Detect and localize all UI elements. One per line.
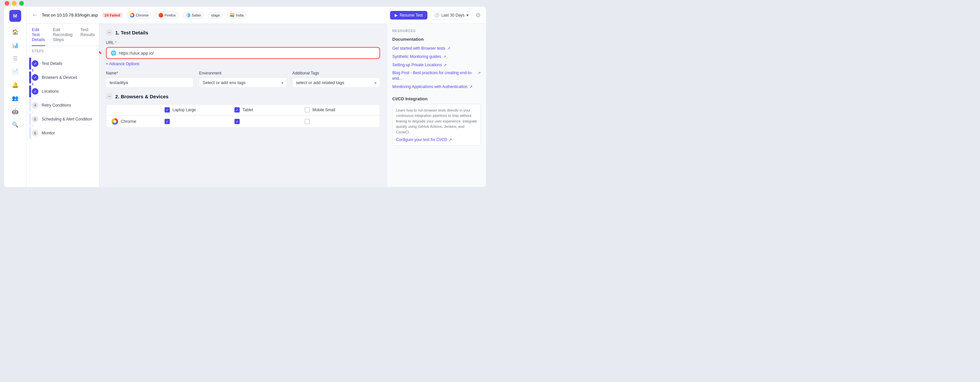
devices-header-row: ✓ Laptop Large ✓ Tablet — [106, 105, 380, 116]
devices-table: ✓ Laptop Large ✓ Tablet — [106, 104, 380, 128]
external-icon-1: ↗ — [447, 46, 450, 51]
cicd-external-icon: ↗ — [449, 137, 452, 142]
form-area: − 1. Test Details URL * — [99, 24, 387, 187]
resource-link-4[interactable]: Blog Post - Best practices for creating … — [392, 69, 481, 83]
step-number-5: 5 — [32, 116, 38, 123]
tab-edit-recording-steps[interactable]: Edit Recording Steps — [53, 24, 73, 46]
url-label: URL * — [106, 40, 380, 45]
section2-header: − 2. Browsers & Devices — [106, 93, 380, 100]
resume-test-button[interactable]: ▶ Resume Test — [390, 11, 428, 19]
step-item-monitor[interactable]: 6 Monitor — [27, 127, 99, 139]
globe-icon: 🌐 — [111, 50, 116, 56]
laptop-checkbox[interactable]: ✓ — [165, 107, 170, 113]
steps-header: STEPS — [27, 46, 99, 55]
section-browsers-devices: − 2. Browsers & Devices ✓ Laptop Large — [106, 93, 380, 128]
left-sidebar: M 🏠 📊 ☰ 📄 🔔 👥 🤖 🔍 — [4, 6, 27, 187]
chrome-tag: Chrome — [127, 11, 152, 19]
step-label-1: Test Details — [42, 61, 62, 66]
step-item-test-details[interactable]: ✓ Test Details — [27, 57, 99, 70]
step-label-4: Retry Conditions — [42, 103, 71, 108]
section1-title: 1. Test Details — [115, 30, 148, 35]
content-area: ← Test on 10.10.78.83/login.asp 24 Faile… — [27, 6, 486, 187]
external-icon-4: ↗ — [478, 70, 481, 75]
advance-options-link[interactable]: + Advance Options — [106, 62, 380, 66]
cicd-title: CI/CD Integration — [392, 96, 481, 101]
safari-tag: Safari — [183, 11, 204, 19]
sidebar-icon-dashboard[interactable]: 📊 — [9, 39, 21, 51]
chrome-tablet-checkbox[interactable]: ✓ — [234, 119, 304, 124]
section-test-details: − 1. Test Details URL * — [106, 29, 380, 88]
resource-link-1[interactable]: Get started with Browser tests ↗ — [392, 45, 481, 53]
step-label-2: Browsers & Devices — [42, 75, 77, 80]
environment-field: Environment Select or add env tags — [199, 71, 287, 88]
resource-link-3[interactable]: Setting up Private Locations ↗ — [392, 61, 481, 69]
url-input[interactable] — [119, 51, 375, 56]
maximize-button[interactable] — [19, 1, 24, 6]
url-input-row: 🌐 — [106, 47, 380, 59]
steps-panel: Edit Test Details Edit Recording Steps T… — [27, 24, 99, 187]
red-arrow-annotation — [99, 46, 105, 60]
step-item-browsers[interactable]: ✓ Browsers & Devices — [27, 72, 99, 83]
minimize-button[interactable] — [12, 1, 17, 6]
step-item-locations[interactable]: ✓ Locations — [27, 85, 99, 97]
sidebar-icon-users[interactable]: 👥 — [9, 92, 21, 104]
chevron-down-icon: ▾ — [466, 13, 468, 18]
tablet-checkbox[interactable]: ✓ — [234, 107, 240, 113]
section1-toggle[interactable]: − — [106, 29, 113, 36]
cicd-box: Learn how to run browser tests directly … — [392, 104, 481, 146]
step-item-retry[interactable]: 4 Retry Conditions — [27, 99, 99, 111]
sidebar-icon-list[interactable]: ☰ — [9, 52, 21, 64]
devices-row-chrome: Chrorme ✓ ✓ — [106, 116, 380, 127]
chrome-mobile-checkbox[interactable] — [305, 119, 374, 124]
resource-link-5[interactable]: Monitoring Applications with Authenticat… — [392, 83, 481, 91]
main-container: M 🏠 📊 ☰ 📄 🔔 👥 🤖 🔍 ← Test on 10.10.78.83/… — [4, 6, 486, 187]
name-input[interactable] — [106, 78, 194, 88]
tab-edit-test-details[interactable]: Edit Test Details — [32, 24, 45, 46]
india-tag: 🇮🇳 India — [227, 11, 247, 19]
failed-badge: 24 Failed — [102, 13, 123, 18]
cicd-description: Learn how to run browser tests directly … — [396, 108, 477, 135]
tags-field: Additional Tags select or add related ta… — [292, 71, 380, 88]
step-number-3: ✓ — [32, 88, 38, 95]
sidebar-icon-search[interactable]: 🔍 — [9, 118, 21, 131]
date-range-selector[interactable]: 🕐 Last 30 Days ▾ — [431, 11, 472, 19]
stage-tag: stage — [208, 12, 223, 19]
step-number-2: ✓ — [32, 74, 38, 81]
env-label: Environment — [199, 71, 287, 75]
sidebar-icon-alerts[interactable]: 🔔 — [9, 79, 21, 91]
resources-header: RESOURCES — [392, 29, 481, 33]
mobile-checkbox[interactable] — [305, 107, 310, 113]
step-number-1: ✓ — [32, 60, 38, 67]
firefox-tag: Firefox — [156, 11, 179, 19]
play-icon: ▶ — [395, 13, 398, 18]
cicd-configure-link[interactable]: Configure your test for CI/CD ↗ — [396, 137, 477, 142]
env-select[interactable]: Select or add env tags — [199, 78, 287, 88]
content-pane: − 1. Test Details URL * — [99, 24, 486, 187]
header-right: ▶ Resume Test 🕐 Last 30 Days ▾ ⚙ — [390, 11, 481, 19]
clock-icon: 🕐 — [434, 13, 439, 18]
cicd-section: CI/CD Integration Learn how to run brows… — [392, 96, 481, 146]
form-row-name-env-tags: Name* Environment Select or add env tags — [106, 71, 380, 88]
section2-toggle[interactable]: − — [106, 93, 113, 100]
close-button[interactable] — [5, 1, 9, 6]
settings-icon[interactable]: ⚙ — [476, 11, 481, 19]
step-number-6: 6 — [32, 130, 38, 136]
tags-select[interactable]: select or add related tags — [292, 78, 380, 88]
tab-test-results[interactable]: Test Results — [80, 24, 95, 46]
section1-header: − 1. Test Details — [106, 29, 380, 36]
laptop-header: ✓ Laptop Large — [165, 107, 234, 113]
sidebar-icon-docs[interactable]: 📄 — [9, 65, 21, 78]
step-item-scheduling[interactable]: 5 Scheduling & Alert Condition — [27, 113, 99, 125]
back-button[interactable]: ← — [32, 11, 38, 19]
sidebar-icon-home[interactable]: 🏠 — [9, 26, 21, 38]
external-icon-2: ↗ — [443, 54, 446, 59]
main-body: Edit Test Details Edit Recording Steps T… — [27, 24, 486, 187]
external-icon-3: ↗ — [444, 62, 447, 67]
step-number-4: 4 — [32, 102, 38, 108]
step-label-6: Monitor — [42, 131, 55, 135]
sidebar-icon-bot[interactable]: 🤖 — [9, 105, 21, 117]
resource-link-2[interactable]: Synthetic Monitoring guides ↗ — [392, 53, 481, 61]
browser-name-cell: Chrorme — [111, 118, 165, 125]
tags-label: Additional Tags — [292, 71, 380, 75]
chrome-laptop-checkbox[interactable]: ✓ — [165, 119, 234, 124]
